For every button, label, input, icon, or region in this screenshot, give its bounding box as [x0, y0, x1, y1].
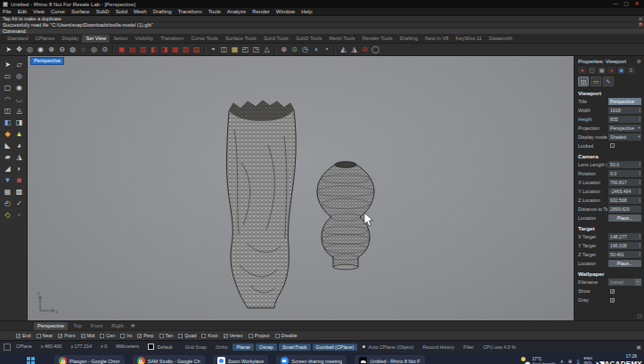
toolbar-icon[interactable]: ➤ [4, 44, 13, 54]
menu-item[interactable]: Edit [18, 8, 27, 15]
status-field[interactable]: x 460.400 [41, 344, 62, 350]
toolbar-icon[interactable]: ◰ [240, 44, 250, 54]
taskbar-app-button[interactable]: Plasgen - Google Chror [54, 355, 125, 364]
tool-icon[interactable]: ◠ [2, 93, 13, 105]
toolbar-icon[interactable]: ◭ [338, 44, 348, 54]
menu-item[interactable]: Mesh [134, 8, 147, 15]
toolbar-tab[interactable]: CPlanes [32, 35, 59, 43]
checkbox-icon[interactable] [100, 334, 104, 338]
tool-icon[interactable]: ➤ [2, 59, 13, 70]
twisted-vase-mesh[interactable] [226, 101, 296, 308]
toolbar-icon[interactable] [112, 45, 114, 53]
tool-icon[interactable]: ◡ [13, 93, 25, 105]
checkbox-icon[interactable] [159, 334, 164, 338]
checkbox-icon[interactable]: ✓ [224, 334, 228, 338]
grid-icon[interactable] [4, 344, 11, 351]
osnap-toggle[interactable]: ✓ Perp [137, 333, 153, 338]
toolbar-icon[interactable]: ▤ [127, 44, 137, 54]
property-value[interactable] [608, 287, 641, 295]
toolbar-icon[interactable]: ▨ [192, 44, 201, 54]
toolbar-icon[interactable]: ◷ [300, 44, 310, 54]
tool-icon[interactable]: ◕ [13, 140, 25, 151]
osnap-toggle[interactable]: Project [249, 333, 270, 338]
menu-item[interactable]: Help [301, 8, 312, 15]
menu-item[interactable]: Analyze [227, 8, 246, 15]
toolbar-icon[interactable]: ◑ [311, 44, 321, 54]
toolbar-tab[interactable]: SubD Tools [292, 35, 326, 43]
toolbar-icon[interactable]: ▣ [117, 44, 126, 54]
tool-icon[interactable]: ◫ [2, 105, 13, 117]
status-toggle[interactable]: Gumball (CPlane) [313, 344, 358, 351]
checkbox-icon[interactable]: ✓ [81, 334, 86, 338]
property-value[interactable]: 760.817 [608, 179, 641, 186]
property-value[interactable]: 0.0 [608, 170, 641, 177]
toolbar-icon[interactable]: ◍ [68, 44, 77, 54]
status-toggle[interactable]: Auto CPlane (Object) [359, 344, 417, 351]
status-toggle[interactable]: Ortho [212, 344, 231, 351]
toolbar-icon[interactable]: △ [262, 44, 272, 54]
scroll-down-icon[interactable]: ▾ [639, 22, 643, 27]
tool-icon[interactable]: ▩ [13, 186, 25, 198]
perspective-viewport[interactable]: Perspective [28, 56, 575, 320]
tool-icon[interactable]: ◬ [13, 105, 25, 117]
tool-icon[interactable]: ▲ [13, 128, 25, 140]
viewport-tab[interactable]: Right [108, 322, 127, 330]
panel-tab-icon[interactable]: ▢ [588, 67, 596, 74]
minimize-button[interactable]: — [610, 0, 621, 8]
status-field[interactable]: Millimeters [116, 344, 139, 350]
tool-icon[interactable]: ◨ [13, 117, 25, 128]
osnap-toggle[interactable]: Near [37, 333, 53, 338]
toolbar-icon[interactable]: ◯ [371, 44, 380, 54]
tool-icon[interactable]: ▰ [2, 151, 13, 163]
tool-icon[interactable]: ▭ [2, 70, 13, 82]
toolbar-icon[interactable]: ✥ [14, 44, 24, 54]
toolbar-icon[interactable]: ⊙ [100, 44, 110, 54]
taskbar-app-button[interactable]: Screen sharing meeting [276, 355, 346, 364]
tool-icon[interactable]: ▱ [13, 59, 25, 70]
checkbox-icon[interactable] [249, 334, 253, 338]
panel-tab-icon[interactable]: ● [607, 67, 615, 74]
tool-icon[interactable]: ◢ [2, 163, 13, 174]
property-value[interactable]: Shaded [608, 133, 641, 141]
status-field[interactable]: CPlane [16, 344, 32, 350]
panel-tab-icon[interactable]: ● [578, 67, 586, 74]
taskbar-app-button[interactable]: Untitled - Rhino 8 Not F [355, 355, 424, 364]
toolbar-tab[interactable]: KeyShot 11 [452, 35, 485, 43]
osnap-toggle[interactable]: ✓ End [16, 333, 31, 338]
checkbox-icon[interactable] [201, 334, 206, 338]
menu-item[interactable]: Transform [178, 8, 202, 15]
checkbox-icon[interactable]: ✓ [16, 334, 20, 338]
menu-item[interactable]: Surface [71, 8, 90, 15]
property-value[interactable]: 932.568 [608, 197, 641, 204]
start-button[interactable] [27, 357, 35, 364]
toolbar-tab[interactable]: Render Tools [359, 35, 396, 43]
toolbar-tab[interactable]: Display [58, 35, 82, 43]
property-value[interactable] [608, 296, 641, 303]
tool-icon[interactable]: ▫ [13, 209, 25, 221]
property-value[interactable]: Perspective [608, 98, 641, 105]
panel-subtab-icon[interactable]: ◫ [578, 77, 589, 86]
battery-icon[interactable]: ▯ [576, 359, 579, 364]
viewport-tab[interactable]: Perspective [34, 322, 68, 330]
tool-icon[interactable]: ◗ [13, 163, 25, 174]
taskbar-app-button[interactable]: SAM Studio - Google Ch [133, 355, 205, 364]
viewport-tab[interactable]: Top [69, 322, 85, 330]
osnap-toggle[interactable]: ✓ Mid [81, 333, 95, 338]
osnap-toggle[interactable]: ✓ Vertex [224, 333, 243, 338]
menu-item[interactable]: SubD [96, 8, 110, 15]
tool-icon[interactable]: ◴ [2, 198, 13, 209]
tool-icon[interactable]: ▼ [2, 174, 13, 186]
property-value[interactable]: 148.277 [608, 233, 641, 240]
toolbar-tab[interactable]: Set View [82, 35, 110, 43]
property-value[interactable]: 50.491 [608, 251, 641, 258]
property-value[interactable] [608, 142, 641, 150]
toolbar-icon[interactable]: ◧ [149, 44, 159, 54]
checkbox-icon[interactable] [120, 334, 125, 338]
status-field[interactable]: y 177.214 [70, 344, 92, 350]
panel-resize-icon[interactable]: ◳ [637, 312, 642, 319]
status-field[interactable]: Default [148, 344, 173, 350]
taskbar-app-button[interactable]: Zoom Workplace [213, 355, 269, 364]
viewport-tab[interactable]: Front [87, 322, 107, 330]
status-toggle[interactable]: Filter [460, 344, 477, 351]
toolbar-icon[interactable]: ▦ [170, 44, 180, 54]
